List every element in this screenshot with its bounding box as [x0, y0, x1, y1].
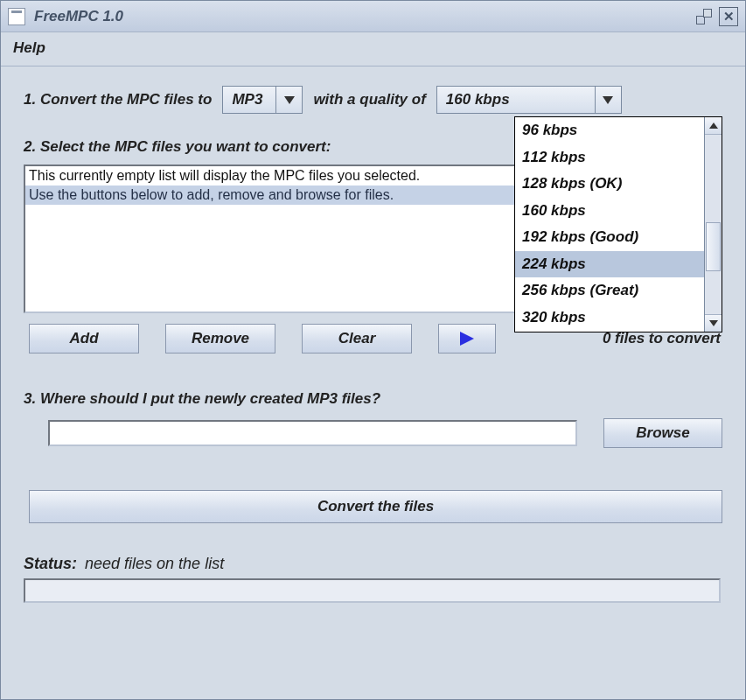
quality-option[interactable]: 192 kbps (Good) — [515, 224, 704, 251]
scroll-down-button[interactable] — [705, 314, 722, 332]
add-button-label: Add — [69, 330, 98, 347]
close-button[interactable]: ✕ — [719, 7, 738, 26]
app-window: FreeMPC 1.0 ✕ Help 1. Convert the MPC fi… — [0, 0, 746, 700]
quality-option[interactable]: 160 kbps — [515, 198, 704, 225]
clear-button-label: Clear — [338, 330, 376, 347]
step1-label-a: 1. Convert the MPC files to — [24, 91, 212, 108]
close-icon: ✕ — [723, 9, 735, 24]
step1-label-b: with a quality of — [313, 91, 425, 108]
format-select-arrow[interactable] — [275, 87, 302, 113]
quality-select-arrow[interactable] — [595, 87, 621, 113]
destination-row: Browse — [24, 418, 722, 448]
scroll-thumb[interactable] — [706, 222, 721, 271]
progress-bar — [24, 578, 721, 603]
chevron-up-icon — [709, 122, 718, 129]
quality-option[interactable]: 96 kbps — [515, 117, 704, 144]
quality-option[interactable]: 112 kbps — [515, 144, 704, 172]
format-select[interactable]: MP3 — [222, 86, 303, 114]
quality-select[interactable]: 160 kbps — [436, 86, 622, 114]
help-menu[interactable]: Help — [13, 39, 45, 56]
add-button[interactable]: Add — [29, 324, 139, 354]
content-area: 1. Convert the MPC files to MP3 with a q… — [1, 66, 745, 603]
quality-dropdown-popup[interactable]: 96 kbps112 kbps128 kbps (OK)160 kbps192 … — [514, 116, 722, 332]
remove-button[interactable]: Remove — [165, 324, 275, 354]
files-count-label: 0 files to convert — [603, 330, 722, 347]
status-row: Status: need files on the list — [24, 555, 722, 573]
step1-row: 1. Convert the MPC files to MP3 with a q… — [24, 86, 722, 114]
quality-option[interactable]: 128 kbps (OK) — [515, 171, 704, 198]
clear-button[interactable]: Clear — [302, 324, 412, 354]
destination-input[interactable] — [48, 420, 577, 446]
dropdown-scrollbar[interactable] — [704, 117, 722, 332]
app-icon — [8, 8, 25, 25]
titlebar: FreeMPC 1.0 ✕ — [1, 1, 745, 32]
chevron-down-icon — [603, 96, 613, 104]
browse-button-label: Browse — [636, 424, 689, 442]
browse-button[interactable]: Browse — [603, 418, 722, 448]
status-label: Status: — [24, 555, 77, 572]
quality-option[interactable]: 256 kbps (Great) — [515, 277, 704, 304]
play-icon — [460, 332, 474, 346]
minimize-restore-icon — [696, 9, 712, 24]
convert-button-label: Convert the files — [317, 498, 434, 515]
scroll-up-button[interactable] — [705, 117, 722, 135]
status-value: need files on the list — [85, 555, 224, 572]
convert-button[interactable]: Convert the files — [29, 490, 722, 523]
window-title: FreeMPC 1.0 — [34, 8, 123, 25]
quality-select-value: 160 kbps — [437, 87, 595, 113]
menubar: Help — [1, 32, 745, 66]
quality-dropdown-list: 96 kbps112 kbps128 kbps (OK)160 kbps192 … — [515, 117, 704, 332]
quality-option[interactable]: 224 kbps — [515, 251, 704, 278]
scroll-track[interactable] — [705, 135, 722, 314]
play-button[interactable] — [438, 324, 496, 354]
chevron-down-icon — [284, 96, 295, 104]
remove-button-label: Remove — [192, 330, 249, 347]
quality-option[interactable]: 320 kbps — [515, 304, 704, 332]
chevron-down-icon — [709, 320, 718, 326]
minimize-restore-button[interactable] — [694, 7, 714, 26]
format-select-value: MP3 — [223, 87, 275, 113]
step3-label: 3. Where should I put the newly created … — [24, 390, 722, 408]
